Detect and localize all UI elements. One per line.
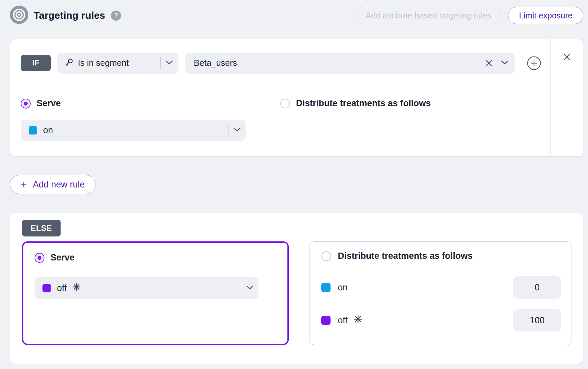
treatment-swatch: [42, 284, 51, 292]
treatment-swatch: [29, 126, 37, 135]
if-rule-card: IF Is in segment: [10, 39, 583, 157]
percentage-input[interactable]: 0: [513, 276, 561, 299]
chevron-down-icon: [165, 60, 173, 66]
select-divider: [228, 124, 228, 136]
distribute-radio-label: Distribute treatments as follows: [296, 98, 431, 109]
select-divider: [496, 57, 496, 69]
distribution-treatment: off: [321, 315, 362, 326]
chevron-down-icon: [233, 127, 241, 133]
treatment-name: off: [57, 283, 238, 294]
header-actions: Add attribute based targeting rules Limi…: [355, 7, 583, 24]
help-icon[interactable]: ?: [111, 11, 121, 21]
serve-radio[interactable]: [21, 99, 31, 109]
distribution-row: on 0: [321, 276, 561, 299]
serve-radio[interactable]: [35, 253, 44, 263]
limit-exposure-button[interactable]: Limit exposure: [508, 7, 583, 24]
default-treatment-asterisk-icon: [354, 315, 362, 326]
serve-option: Serve: [35, 253, 276, 263]
matcher-label: Is in segment: [78, 58, 158, 68]
treatment-name-text: off: [57, 283, 67, 293]
distribute-radio[interactable]: [280, 99, 290, 109]
treatment-select[interactable]: off: [35, 277, 258, 299]
chevron-down-icon: [501, 60, 509, 66]
target-icon: [10, 6, 28, 25]
select-divider: [241, 282, 241, 294]
serve-choice-row: Serve Distribute treatments as follows: [21, 98, 540, 109]
default-treatment-asterisk-icon: [72, 283, 81, 294]
treatment-name: on: [43, 125, 226, 135]
key-icon: [64, 58, 74, 69]
header-left: Targeting rules ?: [10, 6, 121, 25]
segment-combobox[interactable]: Beta_users: [185, 53, 515, 74]
distribute-option: Distribute treatments as follows: [321, 251, 561, 261]
if-badge: IF: [21, 55, 51, 71]
treatment-swatch: [321, 316, 331, 325]
distribute-radio-label: Distribute treatments as follows: [338, 251, 473, 261]
serve-option: Serve: [21, 98, 280, 109]
chevron-down-icon: [246, 285, 254, 291]
serve-radio-label: Serve: [50, 253, 75, 263]
remove-rule-button[interactable]: [562, 52, 572, 62]
segment-value: Beta_users: [194, 58, 485, 68]
if-condition-row: IF Is in segment: [10, 39, 550, 87]
matcher-select[interactable]: Is in segment: [57, 53, 178, 74]
add-condition-button[interactable]: [526, 56, 542, 71]
treatment-swatch: [321, 283, 331, 292]
clear-segment-icon[interactable]: [485, 59, 493, 67]
else-rule-card: ELSE Serve off: [10, 212, 583, 364]
else-distribute-option-box: Distribute treatments as follows on 0 of…: [309, 241, 572, 345]
percentage-input[interactable]: 100: [513, 309, 561, 332]
add-new-rule-button[interactable]: + Add new rule: [10, 175, 95, 194]
else-serve-option-box: Serve off: [22, 241, 289, 345]
targeting-rules-panel: Targeting rules ? Add attribute based ta…: [10, 0, 583, 364]
if-rule-main: IF Is in segment: [10, 39, 550, 156]
else-badge: ELSE: [22, 220, 61, 236]
treatment-name: on: [338, 283, 348, 293]
treatment-select[interactable]: on: [21, 120, 246, 141]
distribution-treatment: on: [321, 283, 348, 293]
if-serve-area: Serve Distribute treatments as follows o…: [10, 87, 550, 156]
add-attribute-rules-button[interactable]: Add attribute based targeting rules: [355, 7, 502, 24]
plus-icon: +: [21, 179, 27, 189]
if-rule-side: [550, 39, 583, 156]
treatment-name-text: off: [338, 315, 348, 326]
add-new-rule-label: Add new rule: [33, 180, 85, 190]
distribution-row: off 100: [321, 309, 561, 332]
else-content: Serve off: [22, 241, 572, 345]
page-title: Targeting rules: [34, 10, 105, 21]
distribute-option: Distribute treatments as follows: [280, 98, 540, 109]
distribute-radio[interactable]: [321, 251, 331, 261]
targeting-rules-header: Targeting rules ? Add attribute based ta…: [10, 6, 583, 25]
serve-radio-label: Serve: [37, 98, 61, 109]
select-divider: [160, 57, 161, 69]
treatment-name: off: [338, 315, 362, 326]
